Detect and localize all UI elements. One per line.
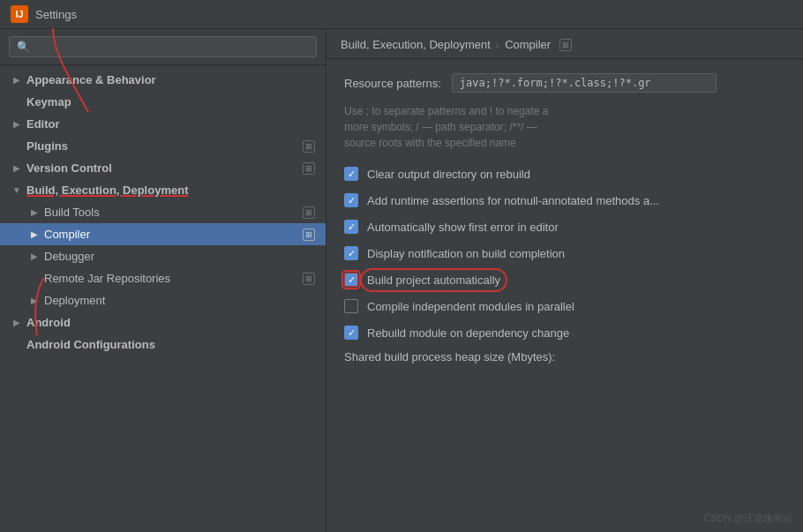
- sidebar-item-debugger[interactable]: ▶ Debugger: [0, 245, 326, 267]
- setting-label-compile-parallel: Compile independent modules in parallel: [367, 300, 574, 313]
- chevron-icon: [11, 140, 23, 153]
- chevron-icon: ▶: [11, 317, 23, 329]
- search-input[interactable]: [9, 36, 317, 57]
- setting-row-show-first-error: ✓ Automatically show first error in edit…: [344, 218, 785, 236]
- sidebar-item-label: Deployment: [44, 294, 315, 307]
- chevron-icon: ▶: [28, 251, 41, 263]
- chevron-icon: [11, 96, 23, 109]
- sidebar-item-build-exec[interactable]: ▼ Build, Execution, Deployment: [0, 179, 326, 201]
- checkmark-icon: ✓: [348, 249, 356, 259]
- setting-label-show-first-error: Automatically show first error in editor: [367, 221, 559, 234]
- checkmark-icon: ✓: [348, 196, 356, 206]
- chevron-icon: ▶: [28, 229, 41, 241]
- external-link-icon: ⊞: [303, 206, 315, 219]
- sidebar-item-plugins[interactable]: Plugins ⊞: [0, 135, 326, 157]
- settings-window: IJ Settings ▶ Appearance & Behavior: [0, 0, 803, 532]
- sidebar-item-keymap[interactable]: Keymap: [0, 91, 326, 113]
- checkmark-icon: ✓: [348, 169, 356, 179]
- external-link-icon: ⊞: [303, 273, 315, 285]
- heap-size-label: Shared build process heap size (Mbytes):: [344, 350, 555, 363]
- chevron-icon: ▼: [11, 184, 23, 197]
- checkbox-compile-parallel[interactable]: [344, 299, 358, 313]
- setting-row-runtime-assertions: ✓ Add runtime assertions for notnull-ann…: [344, 191, 785, 209]
- sidebar-item-label: Build Tools: [44, 206, 303, 219]
- setting-row-display-notification: ✓ Display notification on build completi…: [344, 244, 785, 262]
- resource-patterns-row: Resource patterns:: [344, 73, 785, 93]
- main-content: ▶ Appearance & Behavior Keymap ▶ Editor: [0, 29, 803, 532]
- sidebar-item-build-tools[interactable]: ▶ Build Tools ⊞: [0, 201, 326, 223]
- sidebar-item-version-control[interactable]: ▶ Version Control ⊞: [0, 157, 326, 179]
- sidebar-item-android-config[interactable]: Android Configurations: [0, 333, 326, 356]
- sidebar-item-label: Compiler: [44, 228, 303, 241]
- setting-row-build-auto: ✓ Build project automatically: [344, 271, 785, 288]
- external-link-icon: ⊞: [303, 162, 315, 175]
- checkmark-icon: ✓: [348, 275, 356, 285]
- resource-patterns-label: Resource patterns:: [344, 73, 441, 90]
- checkbox-clear-output[interactable]: ✓: [344, 167, 358, 181]
- checkbox-runtime-assertions[interactable]: ✓: [344, 193, 358, 207]
- sidebar-item-label: Version Control: [26, 161, 303, 175]
- breadcrumb-part-2: Compiler: [505, 38, 551, 51]
- resource-patterns-hint: Use ; to separate patterns and ! to nega…: [344, 103, 785, 151]
- sidebar-item-label: Debugger: [44, 250, 315, 263]
- checkmark-icon: ✓: [348, 222, 356, 232]
- sidebar-item-android[interactable]: ▶ Android: [0, 311, 326, 333]
- sidebar-item-label: Appearance & Behavior: [26, 73, 315, 86]
- breadcrumb-separator: ›: [496, 38, 499, 51]
- setting-label-clear-output: Clear output directory on rebuild: [367, 168, 530, 181]
- nav-tree: ▶ Appearance & Behavior Keymap ▶ Editor: [0, 65, 326, 532]
- sidebar-item-label: Editor: [26, 117, 315, 131]
- sidebar-item-label: Remote Jar Repositories: [44, 272, 303, 285]
- breadcrumb: Build, Execution, Deployment › Compiler …: [326, 29, 803, 59]
- chevron-icon: ▶: [11, 74, 23, 86]
- setting-label-runtime-assertions: Add runtime assertions for notnull-annot…: [367, 194, 659, 207]
- resource-patterns-input[interactable]: [452, 73, 717, 93]
- setting-label-build-auto: Build project automatically: [367, 273, 500, 287]
- sidebar-item-compiler[interactable]: ▶ Compiler ⊞: [0, 223, 326, 245]
- sidebar: ▶ Appearance & Behavior Keymap ▶ Editor: [0, 29, 326, 532]
- heap-size-section: Shared build process heap size (Mbytes):: [344, 350, 785, 363]
- external-link-icon: ⊞: [303, 140, 315, 153]
- search-bar[interactable]: [0, 29, 326, 65]
- checkbox-rebuild-dependency[interactable]: ✓: [344, 326, 358, 340]
- external-link-icon: ⊞: [303, 229, 315, 241]
- watermark: CSDN @沃克臻幸运: [704, 512, 792, 525]
- right-panel: Build, Execution, Deployment › Compiler …: [326, 29, 803, 532]
- sidebar-item-label: Keymap: [26, 95, 315, 109]
- checkbox-show-first-error[interactable]: ✓: [344, 220, 358, 234]
- title-bar: IJ Settings: [0, 0, 803, 29]
- breadcrumb-part-1: Build, Execution, Deployment: [341, 38, 491, 51]
- chevron-icon: ▶: [28, 295, 41, 307]
- chevron-icon: [28, 273, 41, 285]
- sidebar-item-label: Plugins: [26, 139, 303, 153]
- setting-label-display-notification: Display notification on build completion: [367, 247, 565, 260]
- sidebar-item-label: Android Configurations: [26, 338, 315, 351]
- checkbox-display-notification[interactable]: ✓: [344, 246, 358, 260]
- checkbox-build-auto[interactable]: ✓: [344, 273, 358, 287]
- sidebar-item-appearance[interactable]: ▶ Appearance & Behavior: [0, 69, 326, 91]
- setting-row-clear-output: ✓ Clear output directory on rebuild: [344, 165, 785, 183]
- setting-row-rebuild-dependency: ✓ Rebuild module on dependency change: [344, 324, 785, 341]
- sidebar-item-editor[interactable]: ▶ Editor: [0, 113, 326, 135]
- app-logo: IJ: [11, 5, 28, 23]
- checkmark-icon: ✓: [348, 328, 356, 338]
- sidebar-item-label: Android: [26, 316, 315, 329]
- settings-content: Resource patterns: Use ; to separate pat…: [326, 59, 803, 532]
- sidebar-item-label: Build, Execution, Deployment: [26, 184, 315, 197]
- chevron-icon: ▶: [11, 162, 23, 175]
- setting-label-rebuild-dependency: Rebuild module on dependency change: [367, 326, 569, 340]
- breadcrumb-icon: ⊞: [559, 39, 572, 51]
- sidebar-item-deployment[interactable]: ▶ Deployment: [0, 289, 326, 311]
- chevron-icon: [11, 339, 23, 351]
- chevron-icon: ▶: [11, 118, 23, 131]
- window-title: Settings: [35, 8, 77, 21]
- sidebar-item-remote-jar[interactable]: Remote Jar Repositories ⊞: [0, 267, 326, 289]
- chevron-icon: ▶: [28, 206, 41, 219]
- build-auto-oval: Build project automatically: [367, 273, 500, 287]
- setting-row-compile-parallel: Compile independent modules in parallel: [344, 297, 785, 315]
